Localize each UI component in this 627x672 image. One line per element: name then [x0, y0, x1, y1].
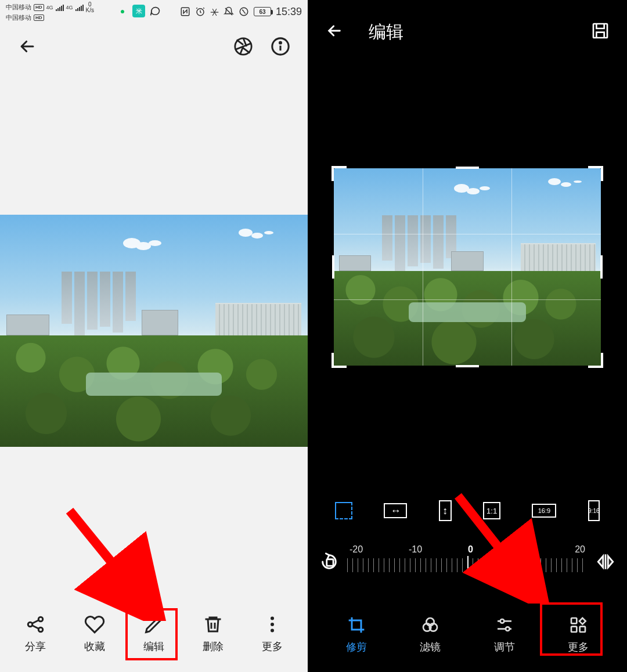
trash-icon [201, 613, 225, 636]
crop-handle-left[interactable] [332, 255, 334, 279]
crop-handle-tl[interactable] [331, 166, 347, 181]
tab-crop-label: 修剪 [346, 640, 367, 654]
crop-canvas[interactable] [334, 168, 601, 366]
hd-badge-2: HD [34, 15, 44, 21]
status-notification-icons: ● 米 [116, 5, 161, 17]
crop-gridline [423, 168, 423, 366]
info-icon[interactable] [271, 37, 290, 56]
more-grid-icon [568, 615, 589, 635]
crop-gridline [511, 168, 512, 366]
hd-badge: HD [34, 4, 44, 11]
svg-point-23 [506, 627, 510, 631]
tab-adjust-label: 调节 [494, 640, 515, 654]
crop-handle-br[interactable] [588, 353, 603, 368]
share-button[interactable]: 分享 [12, 613, 59, 653]
signal-icon-2 [75, 4, 84, 11]
nfc-icon [180, 6, 190, 17]
photo-preview[interactable] [0, 215, 308, 447]
save-button[interactable] [591, 21, 610, 42]
svg-rect-14 [593, 24, 607, 38]
photo-editor-screen: 编辑 [308, 0, 627, 672]
favorite-label: 收藏 [84, 640, 105, 653]
svg-line-13 [70, 511, 145, 604]
heart-icon [83, 613, 106, 636]
editor-tab-bar: 修剪 滤镜 调节 更多 [308, 605, 627, 672]
tab-more[interactable]: 更多 [552, 615, 604, 654]
alarm-icon [195, 6, 206, 17]
mute-icon [224, 6, 234, 17]
crop-handle-right[interactable] [600, 255, 603, 279]
net-4g-2: 4G [66, 5, 73, 11]
aspect-16-9[interactable]: 16:9 [532, 504, 556, 518]
angle-current: 0 [468, 544, 473, 555]
crop-gridline [334, 234, 601, 234]
svg-point-22 [500, 619, 504, 623]
edit-button[interactable]: 编辑 [131, 613, 177, 653]
tab-more-label: 更多 [568, 640, 589, 654]
delete-button[interactable]: 删除 [190, 613, 236, 653]
svg-point-11 [271, 623, 274, 626]
angle-val: 10 [519, 544, 529, 555]
pencil-icon [142, 613, 165, 636]
net-speed: 0 K/s [86, 2, 94, 13]
message-icon [149, 5, 161, 17]
more-label: 更多 [262, 640, 283, 653]
favorite-button[interactable]: 收藏 [71, 613, 118, 653]
filter-icon [420, 615, 441, 635]
svg-rect-24 [571, 618, 576, 623]
mirror-button[interactable] [596, 552, 615, 572]
status-carriers: 中国移动 HD 4G 4G 0 K/s 中国移动 HD [6, 2, 94, 21]
aspect-1-1[interactable]: 1:1 [483, 502, 500, 519]
angle-slider[interactable]: -20 -10 0 10 20 [347, 544, 588, 579]
lens-icon[interactable] [233, 37, 253, 56]
crop-icon [346, 615, 367, 635]
gallery-viewer-screen: 中国移动 HD 4G 4G 0 K/s 中国移动 HD ● 米 [0, 0, 308, 672]
aspect-vertical[interactable]: ↕ [439, 500, 452, 521]
svg-rect-25 [571, 627, 576, 632]
share-icon [24, 613, 47, 636]
status-right: ⚹ 63 15:39 [180, 6, 302, 18]
more-button[interactable]: 更多 [249, 613, 296, 653]
tab-adjust[interactable]: 调节 [478, 615, 531, 654]
bluetooth-icon: ⚹ [210, 6, 219, 18]
battery-icon: 63 [254, 7, 271, 16]
net-4g-1: 4G [46, 5, 53, 11]
aspect-9-16[interactable]: 9:16 [588, 500, 600, 521]
eye-comfort-icon [239, 6, 249, 17]
aspect-free[interactable] [335, 502, 352, 519]
svg-point-6 [280, 42, 282, 44]
status-time: 15:39 [276, 6, 302, 18]
rotate-angle-bar: -20 -10 0 10 20 [308, 544, 627, 579]
angle-val: -10 [409, 544, 422, 555]
status-bar: 中国移动 HD 4G 4G 0 K/s 中国移动 HD ● 米 [0, 0, 308, 23]
aspect-horizontal[interactable]: ↔ [384, 503, 407, 518]
more-vertical-icon [261, 613, 284, 636]
editor-back-button[interactable] [325, 21, 344, 42]
edit-label: 编辑 [143, 640, 164, 653]
sliders-icon [494, 615, 515, 635]
crop-handle-tr[interactable] [588, 166, 603, 181]
crop-handle-bl[interactable] [331, 353, 347, 368]
aspect-ratio-bar: ↔ ↕ 1:1 16:9 9:16 [308, 500, 627, 521]
svg-point-12 [271, 628, 274, 632]
crop-handle-top[interactable] [456, 167, 479, 169]
tab-crop[interactable]: 修剪 [330, 615, 383, 654]
mi-home-icon: 米 [132, 5, 145, 17]
wechat-icon: ● [116, 5, 129, 17]
angle-val: -20 [349, 544, 363, 555]
editor-header: 编辑 [308, 0, 627, 64]
tab-filter[interactable]: 滤镜 [404, 615, 456, 654]
viewer-toolbar: 分享 收藏 编辑 删除 更多 [0, 602, 308, 672]
viewer-header [0, 23, 308, 70]
svg-rect-26 [580, 627, 585, 632]
carrier-1: 中国移动 [6, 3, 31, 11]
back-button[interactable] [17, 37, 37, 56]
crop-handle-bottom[interactable] [456, 365, 479, 367]
tab-filter-label: 滤镜 [420, 640, 441, 654]
signal-icon-1 [56, 4, 64, 11]
svg-point-10 [271, 616, 274, 620]
editor-title: 编辑 [369, 20, 403, 44]
share-label: 分享 [25, 640, 46, 653]
carrier-2: 中国移动 [6, 14, 31, 21]
rotate-90-button[interactable] [319, 552, 339, 572]
